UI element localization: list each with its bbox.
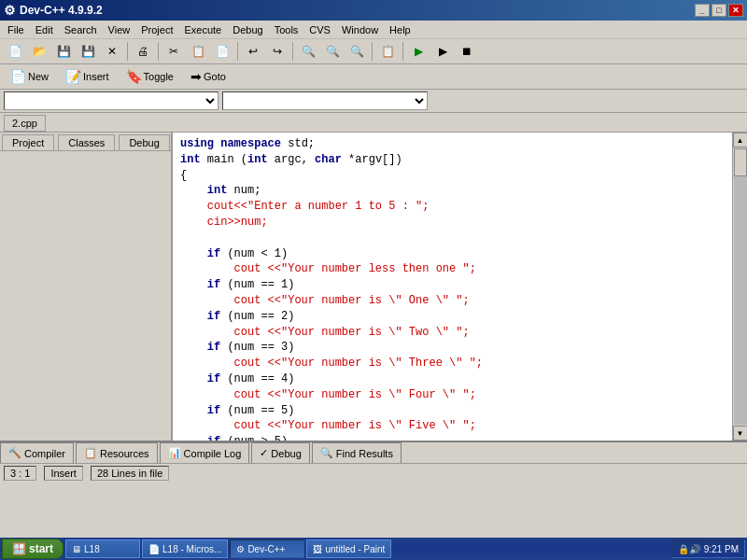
compile-btn[interactable]: ▶ [407,41,430,62]
redo-btn[interactable]: ↪ [266,41,289,62]
code-line-15: cout <<"Your number is \" Three \" "; [180,356,728,371]
menu-view[interactable]: View [103,22,136,37]
scroll-down-btn[interactable]: ▼ [733,426,748,441]
menu-file[interactable]: File [2,22,30,37]
compilelog-label: Compile Log [184,448,242,459]
taskbar-item-paint[interactable]: 🖼 untitled - Paint [306,539,391,558]
menu-debug[interactable]: Debug [227,22,268,37]
toggle-btn[interactable]: 🔖 Toggle [120,66,180,87]
bottom-tab-compiler[interactable]: 🔨 Compiler [0,442,74,463]
taskbar: 🪟 start 🖥 L18 📄 L18 - Micros... ⚙ Dev-C+… [0,538,747,560]
code-line-8: if (num < 1) [180,246,728,262]
scroll-up-btn[interactable]: ▲ [733,133,748,147]
code-line-20: if (num > 5) [180,434,728,441]
insert-icon: 📝 [65,69,81,84]
menu-window[interactable]: Window [336,22,384,37]
main-area: Project Classes Debug using namespace st… [0,133,747,441]
start-icon: 🪟 [12,542,26,555]
code-line-14: if (num == 3) [180,340,728,356]
menu-cvs[interactable]: CVS [303,22,336,37]
cut-btn[interactable]: ✂ [162,41,185,62]
micros-icon: 📄 [148,544,160,554]
taskbar-item-micros[interactable]: 📄 L18 - Micros... [142,539,228,558]
undo-btn[interactable]: ↩ [242,41,264,62]
findresults-icon: 🔍 [320,447,333,459]
title-bar: ⚙ Dev-C++ 4.9.9.2 _ □ ✕ [0,0,747,21]
taskbar-tray: 🔒🔊 9:21 PM [671,539,745,558]
zoom-reset-btn[interactable]: 🔍 [345,41,368,62]
tray-icons: 🔒🔊 [678,544,700,554]
code-line-4: int num; [180,183,728,199]
menu-help[interactable]: Help [384,22,416,37]
sep1 [127,42,128,61]
goto-icon: ➡ [190,69,202,84]
run-btn[interactable]: ▶ [431,41,454,62]
stop-btn[interactable]: ⏹ [456,41,478,62]
code-line-7 [180,231,728,246]
menu-edit[interactable]: Edit [30,22,59,37]
bottom-tab-findresults[interactable]: 🔍 Find Results [312,442,402,463]
resources-label: Resources [100,448,149,459]
tab-project[interactable]: Project [2,134,54,150]
code-line-12: if (num == 2) [180,309,728,325]
close-file-btn[interactable]: ✕ [101,41,123,62]
editor-content[interactable]: using namespace std; int main (int argc,… [173,133,732,441]
taskbar-item-devcpp[interactable]: ⚙ Dev-C++ [230,539,304,558]
save-btn[interactable]: 💾 [52,41,75,62]
tab-debug[interactable]: Debug [119,134,169,150]
l18-icon: 🖥 [72,544,81,554]
code-line-9: cout <<"Your number less then one "; [180,261,728,277]
bottom-tab-debug[interactable]: ✓ Debug [251,442,309,463]
new-label: New [28,71,49,82]
zoom-in-btn[interactable]: 🔍 [297,41,319,62]
start-button[interactable]: 🪟 start [2,539,63,559]
code-line-11: cout <<"Your number is \" One \" "; [180,293,728,309]
scroll-thumb[interactable] [734,148,747,176]
menu-execute[interactable]: Execute [178,22,227,37]
code-line-3: { [180,168,728,184]
copy-btn[interactable]: 📋 [187,41,209,62]
new-btn[interactable]: 📄 New [4,66,55,87]
menu-search[interactable]: Search [59,22,103,37]
close-button[interactable]: ✕ [728,4,743,17]
devcpp-label: Dev-C++ [247,544,285,554]
debug-tab-label: Debug [271,448,301,459]
indent-btn[interactable]: 📋 [376,41,399,62]
zoom-out-btn[interactable]: 🔍 [321,41,344,62]
paste-btn[interactable]: 📄 [211,41,233,62]
findresults-label: Find Results [336,448,393,459]
sep4 [292,42,293,61]
right-dropdown[interactable] [222,91,428,110]
resources-icon: 📋 [84,447,97,459]
menu-project[interactable]: Project [135,22,178,37]
taskbar-item-l18[interactable]: 🖥 L18 [65,539,140,558]
file-tabs-area: 2.cpp [0,113,747,133]
code-line-1: using namespace std; [180,136,728,152]
print-btn[interactable]: 🖨 [132,41,154,62]
sep6 [402,42,403,61]
minimize-button[interactable]: _ [695,4,710,17]
bottom-tab-compilelog[interactable]: 📊 Compile Log [160,442,250,463]
code-line-16: if (num == 4) [180,371,728,387]
sep3 [237,42,238,61]
insert-btn[interactable]: 📝 Insert [59,66,116,87]
tab-classes[interactable]: Classes [58,134,115,150]
bottom-tab-resources[interactable]: 📋 Resources [76,442,158,463]
save-all-btn[interactable]: 💾 [77,41,99,62]
compiler-label: Compiler [24,448,65,459]
paint-label: untitled - Paint [325,544,385,554]
menu-tools[interactable]: Tools [269,22,304,37]
new-file-btn[interactable]: 📄 [4,41,26,62]
sep5 [372,42,373,61]
goto-label: Goto [204,71,226,82]
scroll-track[interactable] [734,148,747,425]
goto-btn[interactable]: ➡ Goto [184,66,233,87]
editor-wrapper: using namespace std; int main (int argc,… [173,133,747,441]
status-mode: Insert [44,466,83,481]
maximize-button[interactable]: □ [712,4,726,17]
new-icon: 📄 [10,69,26,84]
open-btn[interactable]: 📂 [28,41,50,62]
file-tab-cpp[interactable]: 2.cpp [4,115,46,132]
status-info: 28 Lines in file [91,466,169,481]
left-dropdown[interactable] [4,91,218,110]
